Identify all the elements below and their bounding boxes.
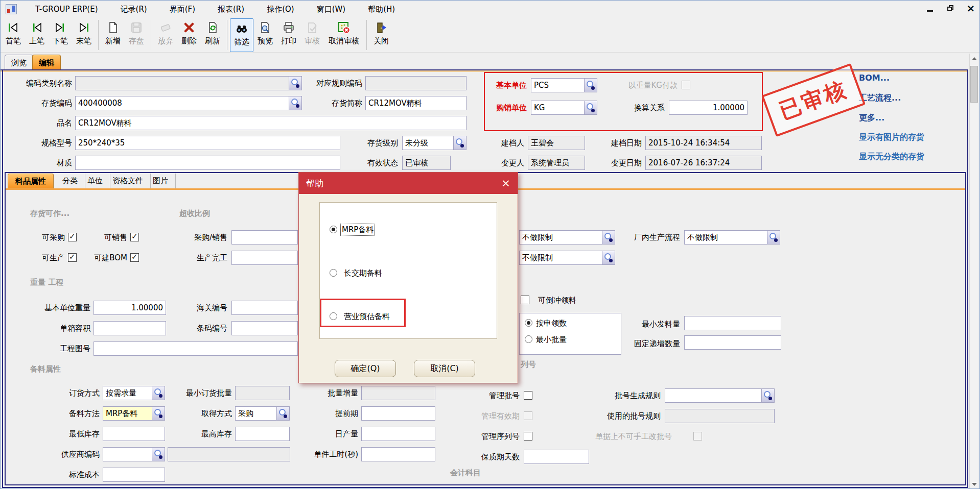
last-record-button[interactable]: 末笔 — [72, 18, 96, 52]
lookup-icon[interactable] — [152, 407, 165, 420]
tab-edit[interactable]: 编辑 — [32, 55, 61, 70]
minimize-button[interactable] — [924, 3, 936, 14]
lead-time-field[interactable] — [361, 406, 435, 421]
barcode-field[interactable] — [231, 321, 298, 335]
daily-output-field[interactable] — [361, 427, 435, 441]
mrp-prep-radio[interactable] — [330, 226, 337, 233]
toolbar-label: 首笔 — [6, 37, 21, 45]
vertical-scrollbar[interactable] — [969, 54, 978, 489]
dialog-close-button[interactable]: × — [499, 177, 512, 190]
refresh-button[interactable]: 刷新 — [201, 18, 224, 52]
restriction-field-1[interactable]: 不做限制 — [519, 230, 615, 244]
link-bom[interactable]: BOM... — [859, 73, 890, 83]
factory-flow-field[interactable]: 不做限制 — [684, 230, 780, 244]
producible-checkbox[interactable] — [68, 253, 77, 262]
menu-report[interactable]: 报表(R) — [206, 1, 255, 18]
max-stock-field[interactable] — [235, 427, 290, 441]
delete-button[interactable]: 删除 — [177, 18, 201, 52]
long-lead-prep-radio[interactable] — [330, 269, 337, 277]
lookup-icon[interactable] — [584, 101, 597, 114]
order-mode-field[interactable]: 按需求量 — [103, 386, 165, 400]
lookup-icon[interactable] — [761, 389, 774, 402]
scroll-up-button[interactable] — [970, 54, 978, 64]
base-unit-field[interactable]: PCS — [531, 78, 597, 92]
prod-finish-field[interactable] — [231, 251, 298, 265]
min-stock-field[interactable] — [103, 427, 165, 441]
sellable-checkbox[interactable] — [130, 233, 139, 241]
restore-button[interactable] — [945, 3, 956, 14]
tab-image[interactable]: 图片 — [146, 174, 176, 188]
batch-rule-field[interactable] — [665, 388, 775, 403]
spec-field[interactable]: 250*240*35 — [75, 136, 340, 150]
menu-window[interactable]: 窗口(W) — [306, 1, 357, 18]
manage-batch-checkbox[interactable] — [524, 391, 532, 400]
min-batch-radio[interactable] — [525, 335, 532, 343]
link-more[interactable]: 更多... — [859, 113, 884, 124]
spec-label: 规格型号 — [11, 136, 72, 150]
scrollbar-thumb[interactable] — [970, 66, 978, 103]
fixed-increment-field[interactable] — [684, 335, 781, 350]
lookup-icon[interactable] — [152, 386, 165, 400]
next-record-button[interactable]: 下笔 — [49, 18, 72, 52]
menu-operation[interactable]: 操作(O) — [255, 1, 306, 18]
lookup-icon[interactable] — [152, 448, 165, 461]
item-name-field[interactable]: CR12MOV精料 — [75, 116, 466, 130]
restriction-field-2[interactable]: 不做限制 — [519, 251, 615, 265]
can-bom-checkbox[interactable] — [130, 253, 139, 262]
first-record-button[interactable]: 首笔 — [2, 18, 25, 52]
lookup-icon[interactable] — [289, 77, 301, 90]
lookup-icon[interactable] — [276, 407, 289, 420]
conversion-field[interactable]: 1.00000 — [669, 101, 748, 115]
std-cost-field[interactable] — [103, 468, 165, 482]
toolbar-label: 下笔 — [53, 37, 68, 45]
manage-serial-checkbox[interactable] — [524, 432, 532, 441]
lookup-icon[interactable] — [602, 231, 615, 244]
lookup-icon[interactable] — [584, 79, 597, 92]
supplier-code-field[interactable] — [103, 447, 165, 461]
lookup-icon[interactable] — [602, 251, 615, 264]
box-volume-field[interactable] — [94, 321, 166, 335]
customs-field[interactable] — [231, 301, 298, 315]
level-field[interactable]: 未分级 — [402, 136, 466, 150]
min-issue-field[interactable] — [684, 316, 781, 330]
close-button[interactable]: × — [965, 3, 976, 14]
lookup-icon[interactable] — [289, 96, 301, 110]
menu-interface[interactable]: 界面(F) — [158, 1, 206, 18]
item-abbr-field[interactable]: CR12MOV精料 — [365, 96, 466, 110]
drawing-no-field[interactable] — [94, 341, 298, 356]
tab-browse[interactable]: 浏览 — [5, 55, 33, 70]
cancel-button[interactable]: 取消(C) — [414, 360, 475, 377]
unit-hours-field[interactable] — [361, 447, 435, 461]
purchase-sale-field[interactable] — [231, 230, 298, 244]
cancel-approve-button[interactable]: 取消审核 — [324, 18, 364, 52]
print-button[interactable]: 打印 — [277, 18, 300, 52]
close-form-button[interactable]: 关闭 — [369, 18, 393, 52]
ok-button[interactable]: 确定(Q) — [335, 360, 396, 377]
purchasable-checkbox[interactable] — [68, 233, 77, 241]
used-batch-rule-label: 使用的批号规则 — [595, 409, 661, 423]
tab-qualification-files[interactable]: 资格文件 — [105, 174, 151, 188]
menu-help[interactable]: 帮助(H) — [357, 1, 406, 18]
acquire-mode-field[interactable]: 采购 — [235, 406, 290, 421]
by-request-radio[interactable] — [525, 319, 532, 327]
link-process-flow[interactable]: 工艺流程... — [859, 93, 901, 104]
scroll-down-button[interactable] — [970, 479, 978, 489]
menu-record[interactable]: 记录(R) — [109, 1, 158, 18]
tab-item-attributes[interactable]: 料品属性 — [8, 174, 54, 188]
new-button[interactable]: 新增 — [101, 18, 125, 52]
lookup-icon[interactable] — [453, 136, 466, 150]
lookup-icon[interactable] — [767, 231, 780, 244]
menu-tgroup-erp[interactable]: T-GROUP ERP(E) — [24, 1, 109, 18]
prev-record-button[interactable]: 上笔 — [25, 18, 49, 52]
preview-button[interactable]: 预览 — [253, 18, 277, 52]
link-show-with-images[interactable]: 显示有图片的存货 — [859, 132, 924, 143]
filter-button[interactable]: 筛选 — [230, 18, 253, 52]
base-weight-field[interactable]: 1.00000 — [94, 301, 166, 315]
backflush-checkbox[interactable] — [521, 296, 529, 304]
link-show-unclassified[interactable]: 显示无分类的存货 — [859, 152, 924, 162]
trade-unit-field[interactable]: KG — [531, 101, 597, 115]
material-field[interactable] — [75, 156, 340, 170]
prep-method-field[interactable]: MRP备料 — [103, 406, 165, 421]
item-code-field[interactable]: 400400008 — [75, 96, 302, 110]
shelf-days-field[interactable] — [524, 450, 589, 464]
